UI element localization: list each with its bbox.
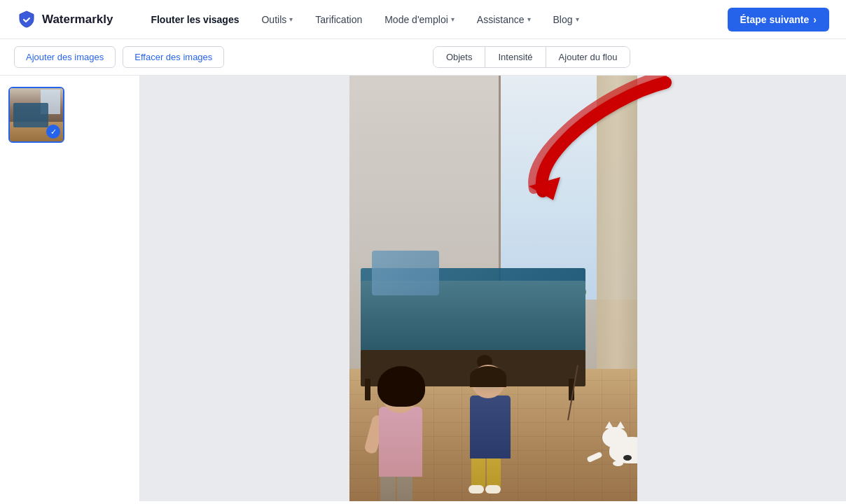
cat-ear-right	[616, 421, 625, 428]
bed	[361, 205, 585, 386]
nav-links: Flouter les visages Outils ▾ Tarificatio…	[141, 8, 727, 31]
tab-objets[interactable]: Objets	[434, 47, 486, 67]
thumbnail-check-icon: ✓	[46, 125, 60, 139]
navbar: Watermarkly Flouter les visages Outils ▾…	[0, 0, 846, 39]
nav-link-flouter[interactable]: Flouter les visages	[141, 8, 249, 31]
shield-icon	[17, 10, 36, 29]
sidebar: ✓	[0, 76, 140, 501]
nav-link-outils[interactable]: Outils ▾	[251, 8, 303, 31]
child1-body	[379, 407, 422, 477]
cat-ear-left	[605, 421, 613, 428]
nav-link-assistance[interactable]: Assistance ▾	[467, 8, 541, 31]
chevron-down-icon: ▾	[289, 15, 293, 23]
chevron-down-icon: ▾	[576, 15, 579, 23]
nav-link-blog[interactable]: Blog ▾	[543, 8, 589, 31]
bed-leg-left	[365, 379, 370, 400]
nav-link-tarification[interactable]: Tarification	[305, 8, 372, 31]
clear-images-button[interactable]: Effacer des images	[123, 46, 224, 68]
child2-foot-left	[469, 485, 484, 493]
chevron-down-icon: ▾	[451, 15, 455, 23]
chevron-right-icon: ›	[813, 14, 817, 25]
next-step-button[interactable]: Étape suivante ›	[728, 8, 830, 31]
bed-pillow	[372, 251, 439, 296]
brand-name: Watermarkly	[42, 13, 113, 27]
brand-logo[interactable]: Watermarkly	[17, 10, 113, 29]
child2-foot-right	[485, 485, 501, 493]
main-area: ✓	[0, 76, 846, 501]
tab-group: Objets Intensité Ajouter du flou	[433, 46, 631, 68]
child2-body	[470, 396, 511, 458]
tab-intensite[interactable]: Intensité	[485, 47, 546, 67]
child2-hair	[470, 366, 506, 387]
thumbnail-item[interactable]: ✓	[8, 87, 64, 143]
add-images-button[interactable]: Ajouter des images	[14, 46, 116, 68]
tab-ajouter-flou[interactable]: Ajouter du flou	[546, 47, 630, 67]
canvas-area[interactable]	[140, 76, 846, 501]
chevron-down-icon: ▾	[527, 15, 531, 23]
main-image-container	[349, 76, 637, 501]
scene	[349, 76, 637, 501]
child1-hair	[377, 366, 425, 407]
toolbar: Ajouter des images Effacer des images Ob…	[0, 39, 846, 76]
nav-link-mode-emploi[interactable]: Mode d'emploi ▾	[375, 8, 464, 31]
main-image	[349, 76, 637, 501]
